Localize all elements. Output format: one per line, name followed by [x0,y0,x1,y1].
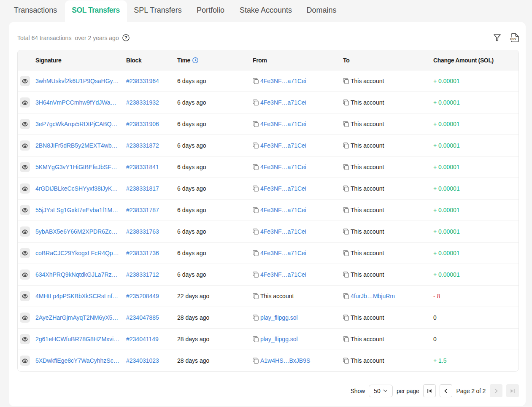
svg-text:CSV: CSV [510,38,516,40]
svg-text:?: ? [124,35,127,40]
